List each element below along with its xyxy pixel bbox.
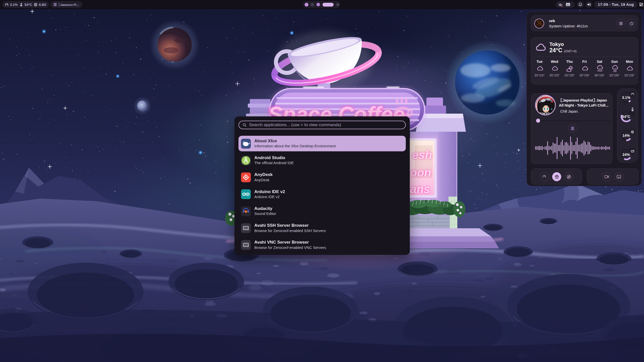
svg-text:3.1%: 3.1% bbox=[622, 96, 630, 100]
svg-text:14%: 14% bbox=[622, 133, 630, 138]
svg-text:54°C: 54°C bbox=[622, 115, 630, 119]
svg-text:24%: 24% bbox=[622, 153, 630, 157]
